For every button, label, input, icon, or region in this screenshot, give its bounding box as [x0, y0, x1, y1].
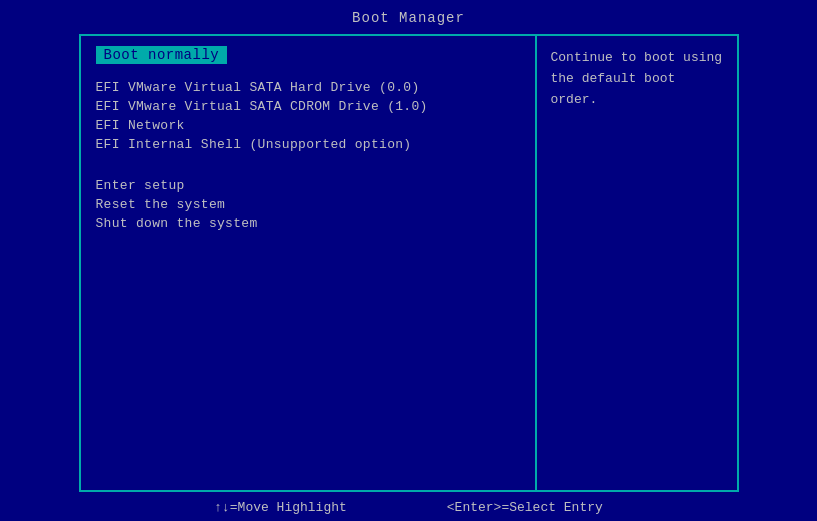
info-text: Continue to boot usingthe default boot o… — [551, 50, 723, 107]
status-move-hint: ↑↓=Move Highlight — [214, 500, 347, 515]
title-text: Boot Manager — [352, 10, 465, 26]
menu-item-hdd[interactable]: EFI VMware Virtual SATA Hard Drive (0.0) — [96, 78, 520, 97]
status-bar: ↑↓=Move Highlight <Enter>=Select Entry — [79, 492, 739, 521]
selected-menu-item[interactable]: Boot normally — [96, 46, 520, 78]
menu-item-network[interactable]: EFI Network — [96, 116, 520, 135]
menu-item-cdrom[interactable]: EFI VMware Virtual SATA CDROM Drive (1.0… — [96, 97, 520, 116]
menu-item-shell[interactable]: EFI Internal Shell (Unsupported option) — [96, 135, 520, 154]
status-select-hint: <Enter>=Select Entry — [447, 500, 603, 515]
menu-item-reset[interactable]: Reset the system — [96, 195, 520, 214]
menu-panel: Boot normally EFI VMware Virtual SATA Ha… — [81, 36, 537, 490]
system-actions-group: Enter setup Reset the system Shut down t… — [96, 176, 520, 233]
inner-content: Boot normally EFI VMware Virtual SATA Ha… — [81, 36, 737, 490]
main-container: Boot normally EFI VMware Virtual SATA Ha… — [79, 34, 739, 492]
title-bar: Boot Manager — [0, 0, 817, 34]
boot-devices-group: EFI VMware Virtual SATA Hard Drive (0.0)… — [96, 78, 520, 154]
menu-item-shutdown[interactable]: Shut down the system — [96, 214, 520, 233]
menu-item-setup[interactable]: Enter setup — [96, 176, 520, 195]
bios-screen: Boot Manager Boot normally EFI VMware Vi… — [0, 0, 817, 521]
info-panel: Continue to boot usingthe default boot o… — [537, 36, 737, 490]
boot-normally-item[interactable]: Boot normally — [96, 46, 228, 64]
